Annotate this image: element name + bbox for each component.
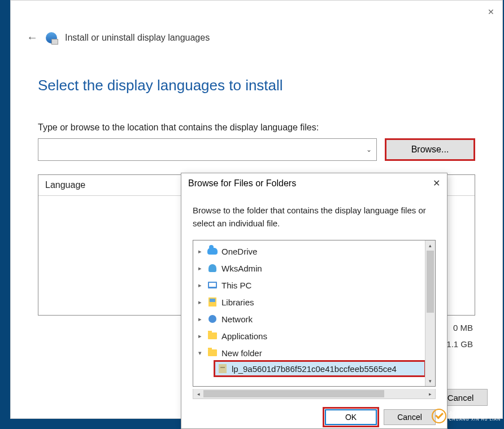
scroll-right-icon[interactable]: ▸ [425,389,435,399]
chevron-right-icon[interactable]: ▸ [197,248,203,255]
chevron-right-icon[interactable]: ▸ [197,332,203,340]
tree-label: OneDrive [221,247,257,256]
dropdown-icon[interactable]: ⌄ [366,146,372,154]
tree-item-applications[interactable]: ▸ Applications [193,327,425,344]
scroll-left-icon[interactable]: ◂ [193,389,203,399]
dialog-close-icon[interactable]: ✕ [433,178,440,189]
scroll-down-icon[interactable]: ▾ [425,376,435,386]
tree-item-thispc[interactable]: ▸ This PC [193,277,425,294]
browse-button[interactable]: Browse... [385,138,475,161]
folder-tree: ▸ OneDrive ▸ WksAdmin ▸ This PC ▸ Librar… [193,240,436,387]
tree-item-newfolder[interactable]: ▾ New folder [193,344,425,361]
watermark-cn: 创新互联 [449,410,501,417]
watermark-text: 创新互联 CHUANG XIN HU LIAN [449,410,501,422]
horizontal-scrollbar[interactable]: ◂ ▸ [193,389,436,399]
header-row: ← Install or uninstall display languages [11,23,502,44]
pc-icon [207,280,218,290]
tree-item-onedrive[interactable]: ▸ OneDrive [193,243,425,260]
browse-dialog: Browse for Files or Folders ✕ Browse to … [181,173,447,429]
scroll-up-icon[interactable]: ▴ [425,240,435,251]
window-title: Install or uninstall display languages [65,33,210,43]
dialog-titlebar: Browse for Files or Folders ✕ [181,173,447,191]
cloud-icon [207,246,218,256]
tree-label: lp_9a5601d7b86f521c0e41bccfeeb5565ce4 [232,364,397,374]
page-heading: Select the display languages to install [38,77,475,94]
tree-label: This PC [221,281,251,290]
folder-icon [207,331,218,341]
tree-label: Libraries [221,297,254,307]
dialog-cancel-button[interactable]: Cancel [384,409,436,425]
watermark-check-icon [432,409,446,423]
chevron-right-icon[interactable]: ▸ [197,316,203,323]
ok-button[interactable]: OK [325,409,377,425]
dialog-buttons: OK Cancel [181,404,447,425]
path-input[interactable]: ⌄ [38,138,377,161]
tree-item-libraries[interactable]: ▸ Libraries [193,294,425,310]
chevron-right-icon[interactable]: ▸ [197,265,203,272]
watermark: 创新互联 CHUANG XIN HU LIAN [432,409,501,423]
archive-icon [217,364,228,374]
dialog-title: Browse for Files or Folders [188,178,296,189]
chevron-down-icon[interactable]: ▾ [197,349,203,357]
chevron-right-icon[interactable]: ▸ [197,299,203,306]
tree-item-network[interactable]: ▸ Network [193,310,425,327]
tree-label: New folder [221,348,262,358]
tree-list[interactable]: ▸ OneDrive ▸ WksAdmin ▸ This PC ▸ Librar… [193,240,425,386]
watermark-py: CHUANG XIN HU LIAN [449,417,501,422]
tree-item-wksadmin[interactable]: ▸ WksAdmin [193,260,425,277]
tree-label: WksAdmin [221,264,262,273]
instruction-text: Type or browse to the location that cont… [38,122,475,133]
tree-item-selected[interactable]: lp_9a5601d7b86f521c0e41bccfeeb5565ce4 [215,361,425,376]
titlebar: ✕ [11,1,502,23]
user-icon [207,263,218,273]
tree-label: Network [221,314,253,324]
back-arrow-icon[interactable]: ← [27,31,38,44]
folder-icon [207,348,218,358]
chevron-right-icon[interactable]: ▸ [197,282,203,289]
network-icon [207,314,218,324]
path-row: ⌄ Browse... [38,138,475,161]
dialog-instruction: Browse to the folder that contains the d… [181,191,447,235]
scroll-thumb[interactable] [427,251,434,313]
vertical-scrollbar[interactable]: ▴ ▾ [425,240,435,386]
libraries-icon [207,297,218,307]
globe-icon [46,32,57,43]
tree-label: Applications [221,331,267,341]
close-icon[interactable]: ✕ [488,7,494,16]
scroll-thumb[interactable] [203,390,384,397]
